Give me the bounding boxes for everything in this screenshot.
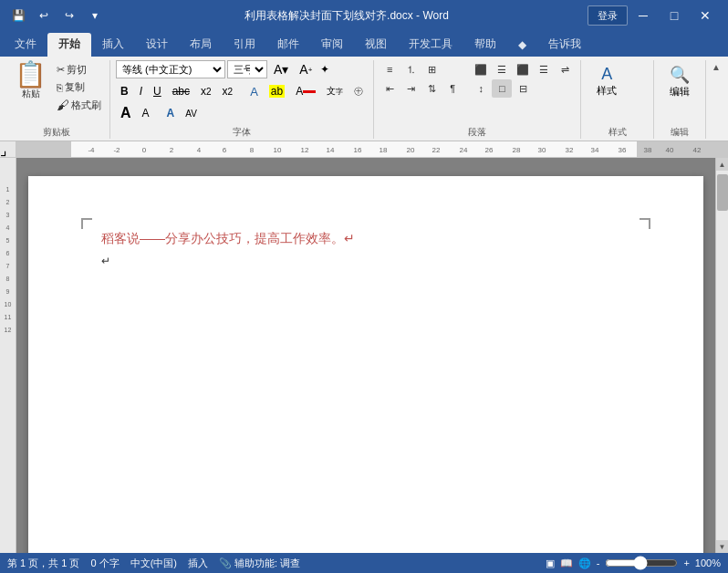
tab-mailing[interactable]: 邮件: [266, 33, 310, 57]
zoom-slider[interactable]: [605, 556, 678, 570]
tab-file[interactable]: 文件: [4, 33, 47, 57]
format-painter-button[interactable]: 🖌 格式刷: [54, 97, 104, 113]
align-right-button[interactable]: ⬛: [513, 60, 533, 78]
view-normal-btn[interactable]: ▣: [546, 557, 555, 569]
tab-diamond[interactable]: ◆: [507, 33, 537, 57]
superscript-button[interactable]: x2: [218, 82, 238, 100]
login-button[interactable]: 登录: [588, 5, 628, 26]
cut-label: 剪切: [67, 63, 87, 77]
font-name-select[interactable]: 等线 (中文正文): [116, 60, 225, 78]
document-text-line1[interactable]: 稻客说——分享办公技巧，提高工作效率。↵: [101, 231, 630, 247]
grow-font-button[interactable]: A: [116, 104, 136, 122]
font-size-select[interactable]: 三号: [227, 60, 267, 78]
bold-button[interactable]: B: [116, 82, 133, 100]
document-page[interactable]: 稻客说——分享办公技巧，提高工作效率。↵ ↵: [28, 176, 703, 553]
ruler-num-16: 16: [354, 146, 362, 154]
strikethrough-button[interactable]: abc: [168, 82, 194, 100]
status-right: ▣ 📖 🌐 - + 100%: [546, 556, 721, 570]
character-spacing-button[interactable]: AV: [181, 104, 202, 122]
clear-format-button[interactable]: ✦: [316, 60, 334, 78]
insert-mode[interactable]: 插入: [188, 557, 208, 570]
ruler-num-12: 12: [301, 146, 309, 154]
numbering-button[interactable]: ⒈: [400, 60, 421, 78]
font-color-button[interactable]: A: [291, 82, 320, 100]
close-button[interactable]: ✕: [690, 0, 721, 31]
show-formatting-button[interactable]: ¶: [442, 79, 463, 98]
editing-button[interactable]: 🔍 编辑: [660, 60, 700, 103]
font-color2-button[interactable]: A: [162, 104, 180, 122]
zoom-out-btn[interactable]: -: [597, 557, 600, 568]
tab-home[interactable]: 开始: [47, 33, 91, 57]
cut-button[interactable]: ✂ 剪切: [54, 62, 104, 78]
tab-view[interactable]: 视图: [354, 33, 398, 57]
document-text-line2: ↵: [101, 255, 630, 267]
scroll-down-button[interactable]: ▼: [716, 540, 729, 553]
list-icon-row2: ⇤ ⇥ ⇅ ¶: [380, 79, 463, 98]
ruler-num-36: 36: [619, 146, 627, 154]
document-area[interactable]: 稻客说——分享办公技巧，提高工作效率。↵ ↵: [16, 158, 715, 553]
scroll-thumb[interactable]: [717, 174, 728, 211]
enclose-char-button[interactable]: ㊉: [349, 82, 368, 100]
scroll-track[interactable]: [716, 171, 728, 540]
language-indicator[interactable]: 中文(中国): [130, 557, 177, 570]
tab-help[interactable]: 帮助: [463, 33, 507, 57]
decrease-font-button[interactable]: A▾: [269, 60, 293, 78]
scroll-up-button[interactable]: ▲: [716, 158, 729, 171]
tab-design[interactable]: 设计: [135, 33, 179, 57]
restore-button[interactable]: □: [659, 0, 690, 31]
undo-icon-btn[interactable]: ↩: [33, 5, 55, 26]
ruler-corner[interactable]: ⌟: [0, 141, 16, 158]
save-icon-btn[interactable]: 💾: [7, 5, 29, 26]
increase-font-button[interactable]: A+: [295, 60, 314, 78]
sort-button[interactable]: ⇅: [421, 79, 442, 98]
italic-button[interactable]: I: [135, 82, 147, 100]
highlight-icon: ab: [269, 85, 285, 98]
underline-button[interactable]: U: [149, 82, 166, 100]
proofing-status[interactable]: 📎 辅助功能: 调查: [219, 557, 300, 570]
view-reading-btn[interactable]: 📖: [560, 557, 573, 569]
editing-label: 编辑: [670, 85, 690, 99]
ruler-num-14: 14: [327, 146, 335, 154]
copy-button[interactable]: ⎘ 复制: [54, 79, 104, 95]
border-button[interactable]: ⊟: [513, 79, 533, 98]
styles-group-label: 样式: [587, 124, 648, 139]
customize-quick-btn[interactable]: ▾: [84, 5, 106, 26]
paste-button[interactable]: 📋 粘贴: [9, 60, 52, 102]
justify-button[interactable]: ☰: [534, 60, 554, 78]
tab-layout[interactable]: 布局: [179, 33, 223, 57]
text-direction-button[interactable]: ⇌: [555, 60, 575, 78]
align-center-button[interactable]: ☰: [492, 60, 512, 78]
zoom-in-btn[interactable]: +: [683, 557, 689, 568]
text-effect-button[interactable]: A: [245, 82, 263, 100]
window-controls: ─ □ ✕: [628, 0, 721, 31]
styles-gallery-button[interactable]: A 样式: [587, 60, 627, 102]
tab-devtools[interactable]: 开发工具: [398, 33, 463, 57]
redo-icon-btn[interactable]: ↪: [58, 5, 80, 26]
text-highlight-button[interactable]: ab: [265, 82, 289, 100]
ruler-num-32: 32: [566, 146, 574, 154]
shading-button[interactable]: □: [492, 79, 512, 98]
page-info[interactable]: 第 1 页，共 1 页: [7, 557, 79, 570]
line-spacing-button[interactable]: ↕: [471, 79, 491, 98]
ribbon-collapse-button[interactable]: ▲: [708, 60, 724, 74]
minimize-button[interactable]: ─: [628, 0, 659, 31]
word-count[interactable]: 0 个字: [90, 557, 119, 570]
decrease-indent-button[interactable]: ⇤: [380, 79, 400, 98]
subscript-button[interactable]: x2: [196, 82, 216, 100]
align-left-button[interactable]: ⬛: [471, 60, 491, 78]
shrink-font-button[interactable]: A: [138, 104, 154, 122]
tab-review[interactable]: 审阅: [310, 33, 354, 57]
view-web-btn[interactable]: 🌐: [578, 557, 591, 569]
zoom-level[interactable]: 100%: [695, 557, 721, 568]
increase-indent-button[interactable]: ⇥: [400, 79, 421, 98]
multilevel-list-button[interactable]: ⊞: [421, 60, 442, 78]
tab-insert[interactable]: 插入: [91, 33, 135, 57]
tab-tellme[interactable]: 告诉我: [537, 33, 592, 57]
phonetic-guide-button[interactable]: 文字: [322, 82, 348, 100]
clipboard-small-buttons: ✂ 剪切 ⎘ 复制 🖌 格式刷: [54, 60, 104, 113]
ruler-num-10: 10: [274, 146, 282, 154]
bullets-button[interactable]: ≡: [380, 60, 400, 78]
ribbon-group-font: 等线 (中文正文) 三号 A▾ A+ ✦ B I U abc x2 x2 A: [110, 60, 374, 139]
font-color-bar: [303, 90, 316, 93]
tab-references[interactable]: 引用: [223, 33, 266, 57]
